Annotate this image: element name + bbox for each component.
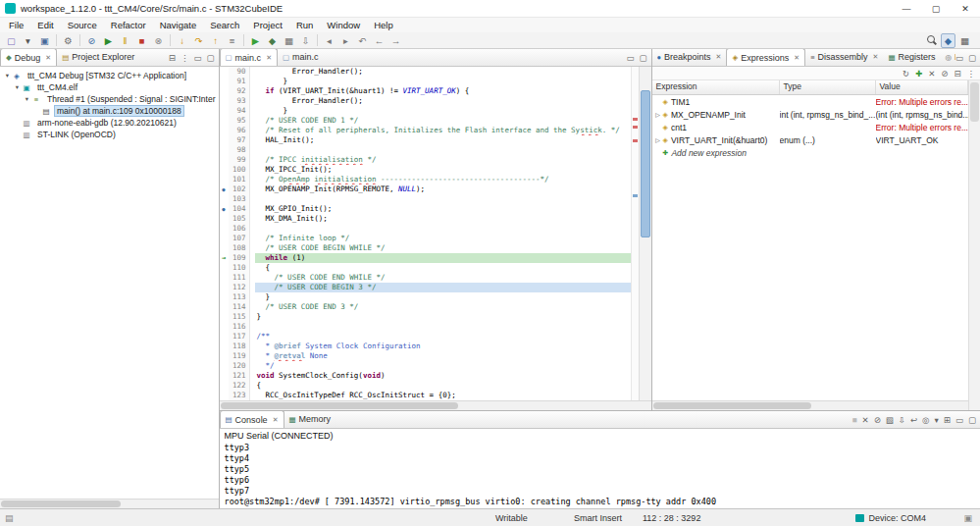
instruction-stepping-icon[interactable]: ≡ bbox=[225, 33, 239, 48]
line-number[interactable]: 96 bbox=[229, 126, 250, 135]
minimize-view-icon[interactable]: ▭ bbox=[193, 53, 201, 63]
disconnect-icon[interactable]: ⊗ bbox=[151, 33, 166, 48]
marker-gutter[interactable] bbox=[220, 86, 229, 96]
expression-row[interactable]: ◈cnt1Error: Multiple errors re... bbox=[652, 121, 968, 133]
scrollbar-thumb[interactable] bbox=[970, 82, 979, 122]
resume-icon[interactable]: ▶ bbox=[101, 33, 116, 48]
marker-gutter[interactable] bbox=[220, 332, 229, 342]
code-line[interactable]: 114 /* USER CODE END 3 */ bbox=[220, 302, 631, 312]
code-line[interactable]: 121void SystemClock_Config(void) bbox=[220, 371, 631, 381]
column-header-type[interactable]: Type bbox=[780, 80, 876, 94]
marker-gutter[interactable] bbox=[220, 371, 229, 381]
maximize-window-button[interactable]: ▢ bbox=[921, 0, 951, 17]
expressions-vertical-scrollbar[interactable] bbox=[968, 80, 980, 410]
code-line[interactable]: 100 MX_IPCC_Init(); bbox=[220, 165, 631, 175]
code-line[interactable]: 105 MX_DMA_Init(); bbox=[220, 214, 631, 224]
maximize-view-icon[interactable]: ▢ bbox=[639, 53, 646, 63]
marker-gutter[interactable] bbox=[220, 116, 229, 126]
line-number[interactable]: 98 bbox=[229, 145, 250, 155]
tree-item[interactable]: ▥ST-LINK (OpenOCD) bbox=[0, 129, 219, 140]
line-number[interactable]: 91 bbox=[229, 77, 250, 86]
line-number[interactable]: 120 bbox=[229, 361, 250, 371]
collapse-all-icon[interactable]: ⊟ bbox=[169, 53, 176, 63]
code-line[interactable]: 95 /* USER CODE END 1 */ bbox=[220, 116, 631, 126]
menu-help[interactable]: Help bbox=[367, 18, 400, 32]
line-number[interactable]: 113 bbox=[229, 292, 250, 302]
line-number[interactable]: 102 bbox=[229, 184, 250, 194]
marker-gutter[interactable] bbox=[220, 302, 229, 312]
line-number[interactable]: 94 bbox=[229, 106, 250, 116]
collapse-all-icon[interactable]: ⊟ bbox=[954, 69, 960, 79]
marker-gutter[interactable] bbox=[220, 263, 229, 273]
marker-gutter[interactable] bbox=[220, 381, 229, 391]
tab-disassembly[interactable]: ≡Disassembly✕ bbox=[805, 49, 883, 66]
code-line[interactable]: 123 RCC_OscInitTypeDef RCC_OscInitStruct… bbox=[220, 391, 631, 400]
open-console-icon[interactable]: ⊞ bbox=[944, 415, 951, 425]
run-icon[interactable]: ▶ bbox=[248, 33, 263, 48]
line-number[interactable]: 90 bbox=[229, 67, 250, 77]
code-line[interactable]: 96 /* Reset of all peripherals, Initiali… bbox=[220, 126, 631, 135]
line-number[interactable]: 123 bbox=[229, 391, 250, 400]
last-edit-location-icon[interactable]: ↶ bbox=[355, 33, 370, 48]
close-icon[interactable]: ✕ bbox=[794, 54, 799, 62]
view-menu-icon[interactable]: ⋮ bbox=[967, 69, 976, 79]
line-number[interactable]: 92 bbox=[229, 86, 250, 96]
build-icon[interactable]: ⚙ bbox=[61, 33, 76, 48]
line-number[interactable]: 115 bbox=[229, 312, 250, 322]
line-number[interactable]: 117 bbox=[229, 332, 250, 342]
marker-gutter[interactable] bbox=[220, 214, 229, 224]
expand-arrow-icon[interactable]: ▷ bbox=[654, 111, 662, 118]
menu-window[interactable]: Window bbox=[320, 18, 367, 32]
line-number[interactable]: 95 bbox=[229, 116, 250, 126]
scrollbar-thumb[interactable] bbox=[221, 402, 458, 409]
tree-item[interactable]: ▾≡Thread #1 (Suspended : Signal : SIGINT… bbox=[0, 93, 219, 105]
clear-console-icon[interactable]: ▧ bbox=[886, 415, 894, 425]
close-icon[interactable]: ✕ bbox=[716, 53, 722, 61]
line-number[interactable]: 93 bbox=[229, 96, 250, 106]
debug-horizontal-scrollbar[interactable] bbox=[0, 499, 219, 508]
tab-breakpoints[interactable]: ●Breakpoints✕ bbox=[652, 49, 727, 66]
remove-expression-icon[interactable]: ✕ bbox=[928, 69, 935, 79]
code-line[interactable]: 91 } bbox=[220, 77, 631, 86]
code-line[interactable]: 122{ bbox=[220, 381, 631, 391]
marker-gutter[interactable] bbox=[220, 77, 229, 86]
tab-project-explorer[interactable]: ▤Project Explorer bbox=[57, 49, 139, 66]
code-line[interactable]: 94 } bbox=[220, 106, 631, 116]
marker-gutter[interactable] bbox=[220, 322, 229, 332]
menu-run[interactable]: Run bbox=[289, 18, 320, 32]
marker-gutter[interactable] bbox=[220, 165, 229, 175]
line-number[interactable]: 106 bbox=[229, 224, 250, 234]
view-menu-icon[interactable]: ⋮ bbox=[181, 53, 189, 63]
code-line[interactable]: 113 } bbox=[220, 292, 631, 302]
step-over-icon[interactable]: ↷ bbox=[191, 33, 206, 48]
new-file-icon[interactable]: ▢ bbox=[4, 33, 19, 48]
minimize-window-button[interactable]: — bbox=[892, 0, 921, 17]
marker-gutter[interactable] bbox=[220, 243, 229, 253]
marker-gutter[interactable] bbox=[220, 361, 229, 371]
previous-annotation-icon[interactable]: ◂ bbox=[322, 33, 336, 48]
remove-all-launches-icon[interactable]: ⊘ bbox=[874, 415, 881, 425]
breakpoint-icon[interactable]: ● bbox=[220, 184, 229, 194]
marker-gutter[interactable] bbox=[220, 234, 229, 243]
code-line[interactable]: 93 Error_Handler(); bbox=[220, 96, 631, 106]
code-line[interactable]: 99 /* IPCC initialisation */ bbox=[220, 155, 631, 165]
code-line[interactable]: 117/** bbox=[220, 332, 631, 342]
minimize-view-icon[interactable]: ▭ bbox=[955, 415, 963, 425]
marker-gutter[interactable] bbox=[220, 391, 229, 400]
line-number[interactable]: 99 bbox=[229, 155, 250, 165]
annotation-marker[interactable] bbox=[633, 118, 638, 121]
step-into-icon[interactable]: ↓ bbox=[175, 33, 189, 48]
annotation-marker[interactable] bbox=[633, 139, 638, 142]
code-line[interactable]: 118 * @brief System Clock Configuration bbox=[220, 342, 631, 351]
save-icon[interactable]: ▣ bbox=[37, 33, 52, 48]
terminate-console-icon[interactable]: ■ bbox=[851, 415, 856, 425]
marker-gutter[interactable] bbox=[220, 126, 229, 135]
code-line[interactable]: 106 bbox=[220, 224, 631, 234]
pin-console-icon[interactable]: ◎ bbox=[922, 415, 929, 425]
tab-debug[interactable]: ◆Debug✕ bbox=[0, 49, 57, 66]
editor-vertical-scrollbar[interactable] bbox=[639, 67, 651, 400]
code-line[interactable]: 98 bbox=[220, 145, 631, 155]
tab-main-c[interactable]: ▢main.c✕ bbox=[220, 49, 278, 66]
column-header-value[interactable]: Value bbox=[876, 80, 968, 94]
scrollbar-thumb[interactable] bbox=[653, 402, 811, 409]
